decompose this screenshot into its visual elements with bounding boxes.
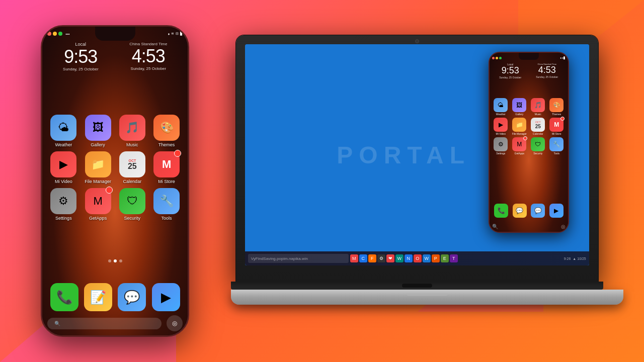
app-tools[interactable]: 🔧 Tools	[150, 188, 183, 221]
mini-phone-on-laptop: ♦≋▊ Local 9:53 Sunday, 25 October	[489, 52, 569, 233]
laptop-hinge-detail	[402, 284, 432, 288]
calendar-label: Calendar	[123, 179, 142, 184]
dock-play[interactable]: ▶	[152, 283, 180, 311]
taskbar-date: ▲ 10/25	[573, 257, 586, 260]
bluetooth-icon: ♦	[168, 32, 170, 36]
mistore-badge	[174, 150, 181, 157]
mini-search-icon: 🔍	[492, 224, 498, 229]
phone-screen: ••• ♦ ≋ ⊟ ▊ Local 9:53 Sunday, 25 Octobe…	[42, 27, 188, 335]
taskbar-time: 9:26	[564, 257, 571, 260]
dock-phone[interactable]: 📞	[50, 283, 78, 311]
airdrop-button[interactable]: ◎	[167, 315, 183, 331]
taskbar-icon-8[interactable]: O	[414, 254, 422, 262]
phone-device: ••• ♦ ≋ ⊟ ▊ Local 9:53 Sunday, 25 Octobe…	[41, 25, 189, 337]
getapps-badge	[106, 187, 113, 194]
local-label: Local	[63, 42, 99, 47]
taskbar-icon-9[interactable]: W	[423, 254, 431, 262]
dock-notes[interactable]: 📝	[84, 283, 112, 311]
mini-mivideo-icon: ▶	[494, 118, 508, 132]
maximize-dot[interactable]	[58, 32, 62, 36]
mini-music-icon: 🎵	[531, 98, 545, 112]
app-gallery[interactable]: 🖼 Gallery	[82, 115, 114, 147]
mini-dock: 📞 💬 💬 ▶	[492, 204, 566, 218]
themes-label: Themes	[158, 142, 175, 147]
mini-local-date: Sunday, 25 October	[499, 76, 521, 79]
mini-china-label: China Standard Time	[536, 63, 558, 65]
minimize-dot[interactable]	[53, 32, 57, 36]
local-time: 9:53	[63, 48, 99, 66]
local-date: Sunday, 25 October	[63, 67, 99, 71]
laptop-hinge	[231, 282, 603, 290]
phone-search-bar[interactable]: 🔍	[47, 318, 162, 329]
mini-security-icon: 🛡	[531, 137, 545, 151]
mini-gallery-icon: 🖼	[512, 98, 526, 112]
mini-china-time: 4:53	[536, 65, 558, 75]
laptop-trackpad-notch	[407, 294, 447, 296]
page-dot-3[interactable]	[119, 259, 122, 262]
laptop-screen-outer: PORTAL	[236, 35, 598, 282]
app-mivideo[interactable]: ▶ Mi Video	[47, 151, 79, 184]
taskbar-icon-1[interactable]: M	[350, 254, 358, 262]
calendar-day: 25	[128, 162, 137, 170]
app-filemanager[interactable]: 📁 File Manager	[82, 151, 114, 184]
mini-filemanager-icon: 📁	[512, 118, 526, 132]
mini-yellow-dot	[496, 57, 498, 59]
app-themes[interactable]: 🎨 Themes	[150, 115, 183, 147]
app-weather[interactable]: 🌤 Weather	[47, 115, 79, 147]
dock-messages[interactable]: 💬	[118, 283, 146, 311]
app-settings[interactable]: ⚙ Settings	[47, 188, 79, 221]
mistore-label: Mi Store	[158, 179, 175, 184]
power-button[interactable]	[188, 97, 189, 127]
tools-icon: 🔧	[153, 188, 180, 214]
mini-notch	[519, 53, 539, 60]
mini-getapps-icon: M	[512, 137, 526, 151]
security-icon: 🛡	[119, 188, 145, 214]
phone-status-bar: ••• ♦ ≋ ⊟ ▊	[47, 29, 183, 39]
mini-app-music: 🎵 Music	[529, 98, 547, 116]
close-dot[interactable]	[47, 32, 51, 36]
taskbar-icon-3[interactable]: F	[368, 254, 376, 262]
portal-text: PORTAL	[337, 141, 470, 169]
mini-red-dot	[492, 57, 495, 59]
mini-dock-browser: 💬	[531, 204, 545, 218]
mini-bottom-bar: 🔍 ◎	[492, 224, 566, 229]
mini-clock-area: Local 9:53 Sunday, 25 October China Stan…	[490, 63, 568, 79]
taskbar-icon-4[interactable]: ⚙	[377, 254, 385, 262]
getapps-label: GetApps	[89, 216, 107, 221]
weather-label: Weather	[55, 142, 72, 147]
page-dot-1[interactable]	[108, 259, 111, 262]
page-dot-2-active[interactable]	[114, 259, 117, 262]
taskbar-icon-5[interactable]: ❤	[386, 254, 394, 262]
app-mistore[interactable]: M Mi Store	[150, 151, 183, 184]
mini-green-dot	[499, 57, 502, 59]
music-icon: 🎵	[119, 115, 145, 141]
taskbar-icon-10[interactable]: P	[432, 254, 440, 262]
wifi-icon: ≋	[171, 32, 174, 36]
mini-app-filemanager: 📁 File Manager	[511, 118, 528, 135]
mini-mistore-icon: M	[549, 118, 564, 132]
app-getapps[interactable]: M GetApps	[82, 188, 114, 221]
clock-china: China Standard Time 4:53 Sunday, 25 Octo…	[129, 42, 167, 71]
app-security[interactable]: 🛡 Security	[116, 188, 148, 221]
taskbar-icon-7[interactable]: N	[405, 254, 413, 262]
mini-getapps-badge	[523, 136, 527, 140]
page-indicator	[42, 259, 188, 262]
calendar-icon: OCT 25	[119, 151, 145, 177]
taskbar-address-bar[interactable]: VyFindSaving.popim.napika.win	[248, 254, 349, 263]
mini-window-dots	[492, 57, 502, 59]
mini-dock-phone: 📞	[494, 204, 508, 218]
china-time: 4:53	[129, 47, 167, 65]
taskbar-icon-12[interactable]: T	[450, 254, 458, 262]
laptop-camera	[415, 39, 419, 43]
mini-clock-local: Local 9:53 Sunday, 25 October	[499, 63, 521, 79]
content-wrapper: ••• ♦ ≋ ⊟ ▊ Local 9:53 Sunday, 25 Octobe…	[0, 0, 644, 362]
taskbar-icon-2[interactable]: C	[359, 254, 367, 262]
app-calendar[interactable]: OCT 25 Calendar	[116, 151, 148, 184]
search-icon: 🔍	[54, 321, 60, 326]
taskbar-icon-6[interactable]: W	[395, 254, 404, 262]
taskbar-right: 9:26 ▲ 10/25	[564, 257, 586, 260]
tools-label: Tools	[162, 216, 172, 221]
app-music[interactable]: 🎵 Music	[116, 115, 148, 147]
mini-local-time: 9:53	[499, 66, 521, 76]
taskbar-icon-11[interactable]: E	[441, 254, 449, 262]
